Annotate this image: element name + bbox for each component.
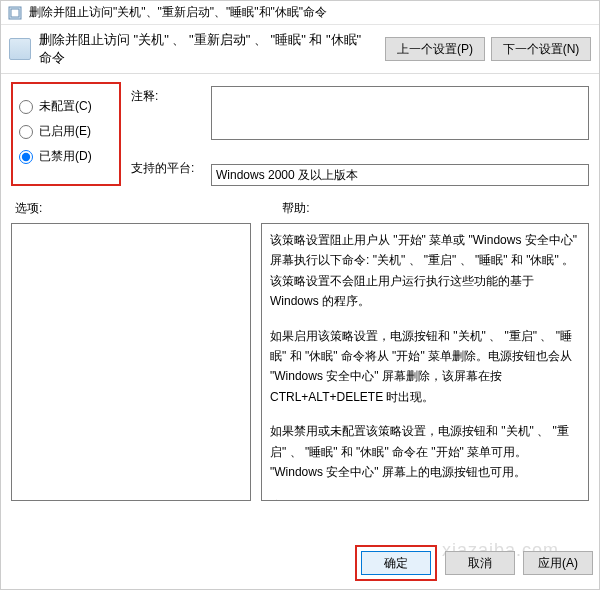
field-labels: 注释: 支持的平台: <box>131 82 201 186</box>
window-title: 删除并阻止访问"关机"、"重新启动"、"睡眠"和"休眠"命令 <box>29 4 327 21</box>
prev-setting-button[interactable]: 上一个设置(P) <box>385 37 485 61</box>
cancel-button[interactable]: 取消 <box>445 551 515 575</box>
section-labels: 选项: 帮助: <box>1 194 599 223</box>
comment-field[interactable] <box>211 86 589 140</box>
ok-highlight: 确定 <box>355 545 437 581</box>
radio-group: 未配置(C) 已启用(E) 已禁用(D) <box>11 82 121 186</box>
help-paragraph: 如果禁用或未配置该策略设置，电源按钮和 "关机" 、 "重启" 、 "睡眠" 和… <box>270 421 580 482</box>
help-label: 帮助: <box>282 200 309 217</box>
field-inputs: Windows 2000 及以上版本 <box>211 82 589 186</box>
ok-button[interactable]: 确定 <box>361 551 431 575</box>
radio-disabled[interactable]: 已禁用(D) <box>19 148 113 165</box>
next-setting-button[interactable]: 下一个设置(N) <box>491 37 591 61</box>
svg-rect-1 <box>11 9 19 17</box>
radio-disabled-input[interactable] <box>19 150 33 164</box>
title-bar: 删除并阻止访问"关机"、"重新启动"、"睡眠"和"休眠"命令 <box>1 1 599 25</box>
help-paragraph: 如果启用该策略设置，电源按钮和 "关机" 、 "重启" 、 "睡眠" 和 "休眠… <box>270 326 580 408</box>
radio-not-configured-label: 未配置(C) <box>39 98 92 115</box>
header-title: 删除并阻止访问 "关机" 、 "重新启动" 、 "睡眠" 和 "休眠" 命令 <box>39 31 377 67</box>
radio-not-configured-input[interactable] <box>19 100 33 114</box>
dialog-window: 删除并阻止访问"关机"、"重新启动"、"睡眠"和"休眠"命令 删除并阻止访问 "… <box>0 0 600 590</box>
panes: 该策略设置阻止用户从 "开始" 菜单或 "Windows 安全中心" 屏幕执行以… <box>1 223 599 501</box>
help-pane[interactable]: 该策略设置阻止用户从 "开始" 菜单或 "Windows 安全中心" 屏幕执行以… <box>261 223 589 501</box>
radio-enabled[interactable]: 已启用(E) <box>19 123 113 140</box>
help-paragraph: 该策略设置阻止用户从 "开始" 菜单或 "Windows 安全中心" 屏幕执行以… <box>270 230 580 312</box>
radio-enabled-label: 已启用(E) <box>39 123 91 140</box>
help-paragraph: 注意: 经过验证与 Microsoft Windows Vista、Window… <box>270 496 580 501</box>
apply-button[interactable]: 应用(A) <box>523 551 593 575</box>
platform-field: Windows 2000 及以上版本 <box>211 164 589 186</box>
radio-disabled-label: 已禁用(D) <box>39 148 92 165</box>
footer: 确定 取消 应用(A) <box>355 545 593 581</box>
platform-value: Windows 2000 及以上版本 <box>216 167 358 184</box>
options-label: 选项: <box>15 200 42 217</box>
config-area: 未配置(C) 已启用(E) 已禁用(D) 注释: 支持的平台: Windows … <box>1 74 599 194</box>
platform-label: 支持的平台: <box>131 160 201 180</box>
options-pane[interactable] <box>11 223 251 501</box>
radio-not-configured[interactable]: 未配置(C) <box>19 98 113 115</box>
app-icon <box>7 5 23 21</box>
header-bar: 删除并阻止访问 "关机" 、 "重新启动" 、 "睡眠" 和 "休眠" 命令 上… <box>1 25 599 74</box>
policy-icon <box>9 38 31 60</box>
comment-label: 注释: <box>131 88 201 108</box>
radio-enabled-input[interactable] <box>19 125 33 139</box>
